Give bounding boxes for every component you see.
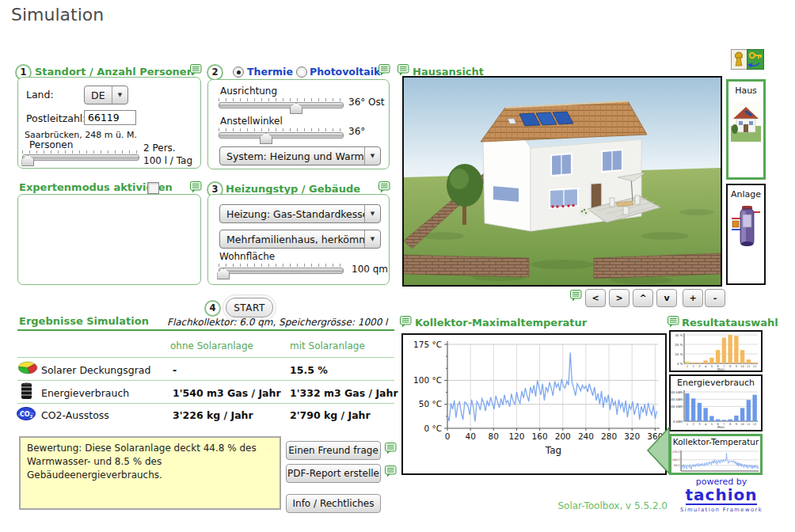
svg-text:9: 9 bbox=[736, 423, 738, 426]
svg-text:0: 0 bbox=[445, 431, 451, 441]
svg-text:1: 1 bbox=[687, 423, 688, 426]
heizung-dropdown[interactable]: Heizung: Gas-Standardkessel bbox=[219, 204, 381, 223]
start-button[interactable]: START bbox=[226, 298, 273, 317]
powered-by-block[interactable]: powered by tachion Simulation Framework bbox=[679, 477, 763, 513]
haus-thumbnail bbox=[731, 102, 761, 142]
row-label: Energieverbrauch bbox=[41, 387, 129, 399]
radio-thermie[interactable] bbox=[233, 66, 244, 78]
ausrichtung-slider[interactable] bbox=[219, 98, 344, 108]
gebaeude-dropdown[interactable]: Mehrfamilienhaus, herkömmlic bbox=[219, 230, 381, 249]
comment-icon[interactable] bbox=[190, 64, 202, 76]
bewertung-note: Bewertung: Diese Solaranlage deckt 44.8 … bbox=[19, 436, 281, 510]
kollektor-chart: 040801201602002402803203600 °C50 °C100 °… bbox=[403, 335, 665, 470]
pdf-report-button[interactable]: PDF-Report erstelle bbox=[286, 464, 381, 483]
comment-icon[interactable] bbox=[378, 64, 390, 76]
radio-thermie-label[interactable]: Thermie bbox=[247, 66, 293, 78]
row-divider bbox=[17, 403, 394, 404]
svg-text:50 °C: 50 °C bbox=[419, 399, 442, 408]
thumbnail-energieverbrauch[interactable]: Energieverbrauch 2'000 kWh1'500 kWh1'000… bbox=[669, 374, 763, 431]
results-subtitle: Flachkollektor: 6.0 qm, Speichergrösse: … bbox=[167, 317, 387, 328]
selected-thumbnail-arrow bbox=[646, 426, 670, 478]
svg-text:160: 160 bbox=[532, 431, 548, 441]
kollektor-temp-mini-chart: 175 C100 C50 C bbox=[671, 448, 760, 472]
personen-per-day: 100 l / Tag bbox=[143, 155, 192, 166]
row-value-with: 2'790 kg / Jahr bbox=[290, 409, 371, 421]
expert-mode-checkbox[interactable] bbox=[147, 182, 159, 194]
anstellwinkel-value: 36° bbox=[348, 126, 365, 137]
rotate-down-button[interactable]: v bbox=[656, 289, 677, 307]
zoom-out-button[interactable]: - bbox=[705, 289, 725, 307]
svg-text:8: 8 bbox=[729, 365, 732, 368]
radio-photovoltaik-label[interactable]: Photovoltaik bbox=[310, 66, 380, 78]
view-tab-anlage[interactable]: Anlage bbox=[726, 184, 766, 285]
heizung-dropdown-value: Heizung: Gas-Standardkessel bbox=[220, 208, 364, 220]
radio-photovoltaik[interactable] bbox=[296, 66, 307, 78]
svg-text:175 C: 175 C bbox=[672, 450, 681, 454]
login-key-icon[interactable] bbox=[731, 49, 764, 73]
version-label: Solar-Toolbox, v 5.5.2.0 bbox=[554, 500, 668, 511]
house-3d-view[interactable] bbox=[402, 76, 722, 287]
svg-text:8: 8 bbox=[729, 423, 732, 426]
thumbnail-title: Kollektor-Temperatur bbox=[671, 436, 760, 448]
rotate-left-button[interactable]: < bbox=[585, 289, 606, 307]
zoom-in-button[interactable]: + bbox=[683, 289, 703, 307]
svg-text:1'500 kWh: 1'500 kWh bbox=[671, 397, 683, 401]
personen-slider[interactable] bbox=[22, 150, 139, 161]
svg-text:30 %: 30 % bbox=[675, 333, 683, 337]
thumbnail-kollektor-temperatur[interactable]: Kollektor-Temperatur 175 C100 C50 C bbox=[669, 434, 763, 475]
comment-icon[interactable] bbox=[385, 466, 397, 477]
slider-track bbox=[219, 102, 344, 108]
land-label: Land: bbox=[26, 89, 54, 101]
rotate-right-button[interactable]: > bbox=[609, 289, 630, 307]
main-chart-title: Kollektor-Maximaltemperatur bbox=[415, 317, 587, 329]
comment-icon[interactable] bbox=[190, 181, 202, 193]
comment-icon[interactable] bbox=[385, 443, 397, 454]
row-label: CO2-Ausstoss bbox=[41, 409, 109, 421]
ausrichtung-value: 36° Ost bbox=[348, 97, 385, 108]
row-divider bbox=[17, 357, 394, 358]
comment-icon[interactable] bbox=[398, 64, 409, 76]
chevron-down-icon bbox=[364, 147, 380, 165]
plz-label: Postleitzahl: bbox=[26, 112, 86, 124]
ask-friend-button[interactable]: Einen Freund frage bbox=[286, 441, 381, 460]
row-value-without: 3'226 kg / Jahr bbox=[173, 409, 253, 421]
section1-title: Standort / Anzahl Personen bbox=[35, 66, 194, 78]
energieverbrauch-mini-chart: 2'000 kWh1'500 kWh1'000 kWh0 kWh12345678… bbox=[671, 389, 761, 428]
svg-text:Mon: Mon bbox=[717, 425, 725, 428]
thumbnail-deckungsgrad[interactable]: 30 %20 %10 %0 %123456789101112Mon bbox=[669, 330, 763, 372]
system-dropdown[interactable]: System: Heizung und Warmwas bbox=[219, 146, 381, 165]
info-legal-button[interactable]: Info / Rechtliches bbox=[286, 494, 381, 513]
comment-icon[interactable] bbox=[570, 290, 582, 302]
comment-icon[interactable] bbox=[378, 181, 390, 193]
rotate-up-button[interactable]: ^ bbox=[633, 289, 653, 307]
comment-icon[interactable] bbox=[668, 316, 679, 328]
anstellwinkel-slider[interactable] bbox=[219, 128, 344, 139]
gebaeude-dropdown-value: Mehrfamilienhaus, herkömmlic bbox=[220, 234, 364, 245]
view-tab-haus[interactable]: Haus bbox=[726, 79, 766, 180]
svg-text:2: 2 bbox=[692, 365, 694, 368]
tachion-sub-label: Simulation Framework bbox=[679, 507, 763, 513]
svg-text:Tag: Tag bbox=[545, 445, 561, 456]
row-divider bbox=[17, 380, 394, 381]
simulation-page: Simulation 1 Standort / Anzahl Personen … bbox=[0, 0, 795, 532]
standort-box: Land: DE Postleitzahl: Saarbrücken, 248 … bbox=[17, 77, 201, 169]
land-dropdown[interactable]: DE bbox=[84, 86, 128, 104]
wohnflaeche-slider[interactable] bbox=[219, 264, 344, 274]
slider-ticks bbox=[219, 98, 344, 101]
comment-icon[interactable] bbox=[400, 316, 412, 328]
resultatauswahl-title: Resultatauswahl bbox=[682, 317, 778, 329]
personen-value: 2 Pers. bbox=[143, 142, 176, 154]
wohnflaeche-label: Wohnfläche bbox=[219, 251, 275, 262]
plz-input[interactable] bbox=[84, 110, 136, 125]
slider-ticks bbox=[219, 128, 344, 131]
results-underline bbox=[17, 329, 394, 331]
svg-text:0 °C: 0 °C bbox=[424, 424, 442, 433]
row-value-with: 1'332 m3 Gas / Jahr bbox=[290, 387, 398, 399]
svg-text:4: 4 bbox=[705, 365, 707, 368]
svg-text:320: 320 bbox=[624, 431, 640, 441]
chevron-down-icon bbox=[364, 230, 380, 248]
svg-text:40: 40 bbox=[465, 431, 475, 441]
svg-text:10: 10 bbox=[740, 423, 744, 426]
chevron-down-icon bbox=[112, 86, 127, 104]
svg-text:240: 240 bbox=[578, 431, 594, 441]
